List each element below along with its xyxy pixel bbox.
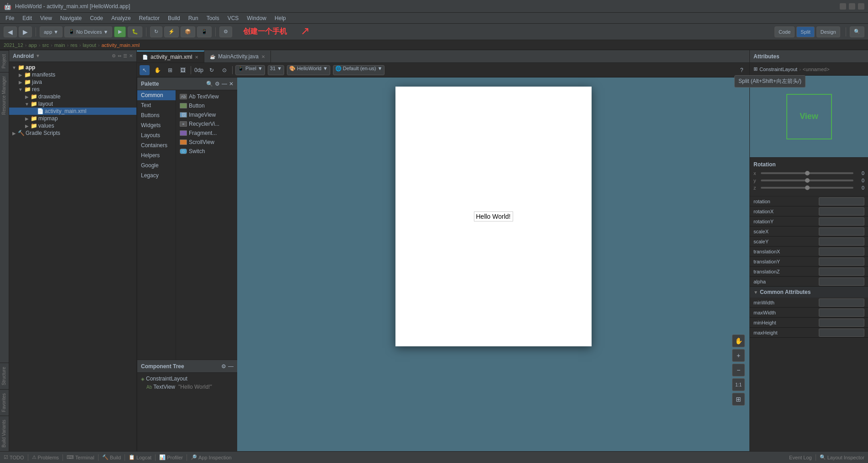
- project-ctrl-collapse[interactable]: ⇔: [118, 53, 121, 58]
- device-dropdown[interactable]: 📱 Pixel ▼: [235, 65, 265, 75]
- bc-main[interactable]: main: [54, 42, 65, 48]
- project-ctrl-close[interactable]: ✕: [129, 53, 133, 58]
- attr-scaleY-value[interactable]: [819, 237, 864, 246]
- tree-app[interactable]: ▼ 📁 app: [9, 64, 136, 71]
- attr-scaleX-value[interactable]: [819, 227, 864, 236]
- tree-mipmap[interactable]: ▶ 📁 mipmap: [9, 115, 136, 122]
- common-attrs-section[interactable]: ▼ Common Attributes: [750, 287, 868, 298]
- vtab-build-variants[interactable]: Build Variants: [0, 416, 9, 451]
- palette-item-button[interactable]: Button: [178, 101, 235, 110]
- tab-close-java[interactable]: ✕: [261, 54, 265, 59]
- project-dropdown[interactable]: ▼: [36, 53, 40, 58]
- locale-dropdown[interactable]: 🌐 Default (en-us) ▼: [333, 65, 385, 75]
- rotation-z-slider[interactable]: [761, 187, 853, 189]
- canvas-zoom-fit-btn[interactable]: 1:1: [732, 378, 745, 391]
- project-ctrl-menu[interactable]: ☰: [123, 53, 127, 58]
- palette-item-imageview[interactable]: 🖼 ImageView: [178, 110, 235, 119]
- canvas-blueprint-btn[interactable]: ⊞: [732, 393, 745, 406]
- device-selector[interactable]: 📱 No Devices ▼: [64, 26, 112, 37]
- api-dropdown[interactable]: 31 ▼: [268, 65, 284, 75]
- rotation-x-slider[interactable]: [761, 172, 853, 174]
- attr-translationX-value[interactable]: [819, 247, 864, 256]
- pan-tool-btn[interactable]: ✋: [152, 65, 162, 75]
- tree-gradle[interactable]: ▶ 🔨 Gradle Scripts: [9, 129, 136, 137]
- menu-window[interactable]: Window: [243, 14, 270, 22]
- palette-item-switch[interactable]: ⊙ Switch: [178, 147, 235, 156]
- status-event-log[interactable]: Event Log: [789, 455, 812, 460]
- design-view-toggle[interactable]: 🖼: [178, 65, 188, 75]
- menu-analyze[interactable]: Analyze: [108, 14, 135, 22]
- split-view-btn[interactable]: Split: [796, 26, 814, 37]
- bc-layout[interactable]: layout: [83, 42, 96, 48]
- comp-tree-minimize-btn[interactable]: —: [228, 363, 234, 370]
- search-everywhere-btn[interactable]: 🔍: [850, 26, 864, 37]
- tree-layout[interactable]: ▼ 📁 layout: [9, 100, 136, 108]
- code-view-btn[interactable]: Code: [774, 26, 795, 37]
- attr-maxHeight-value[interactable]: [819, 329, 864, 337]
- debug-btn[interactable]: 🐛: [128, 26, 142, 37]
- sdk-manager-btn[interactable]: 📦: [181, 26, 195, 37]
- canvas-area[interactable]: Hello World!: [237, 77, 749, 451]
- project-ctrl-settings[interactable]: ⚙: [112, 53, 116, 58]
- comp-tree-settings-btn[interactable]: ⚙: [221, 363, 226, 370]
- attr-rotation-value[interactable]: [819, 197, 864, 206]
- menu-run[interactable]: Run: [185, 14, 202, 22]
- gradle-sync-btn[interactable]: ⚡: [164, 26, 179, 37]
- tree-res[interactable]: ▼ 📁 res: [9, 86, 136, 93]
- rotation-y-handle[interactable]: [805, 178, 810, 183]
- bc-2021[interactable]: 2021_12: [4, 42, 23, 48]
- select-tool-btn[interactable]: ↖: [140, 65, 150, 75]
- attr-translationZ-value[interactable]: [819, 268, 864, 276]
- toolbar-back-btn[interactable]: ◀: [4, 26, 17, 37]
- status-logcat[interactable]: 📋 Logcat: [129, 454, 151, 460]
- palette-cat-common[interactable]: Common: [137, 90, 176, 100]
- zoom-input-btn[interactable]: 0dp: [194, 65, 204, 75]
- rotation-z-handle[interactable]: [805, 185, 810, 190]
- tab-close-xml[interactable]: ✕: [195, 55, 198, 60]
- palette-cat-legacy[interactable]: Legacy: [137, 170, 176, 180]
- win-minimize[interactable]: [840, 3, 846, 10]
- vtab-favorites[interactable]: Favorites: [0, 389, 9, 416]
- palette-settings-btn[interactable]: ⚙: [215, 81, 220, 87]
- status-layout-inspector[interactable]: 🔍 Layout Inspector: [820, 454, 864, 460]
- canvas-zoom-in-btn[interactable]: +: [732, 349, 745, 362]
- toolbar-forward-btn[interactable]: ▶: [19, 26, 32, 37]
- palette-search-btn[interactable]: 🔍: [206, 81, 213, 87]
- menu-refactor[interactable]: Refactor: [135, 14, 163, 22]
- bc-res[interactable]: res: [70, 42, 77, 48]
- bc-file[interactable]: activity_main.xml: [101, 42, 140, 48]
- menu-edit[interactable]: Edit: [19, 14, 36, 22]
- tree-manifests[interactable]: ▶ 📁 manifests: [9, 71, 136, 78]
- palette-item-textview[interactable]: Ab Ab TextView: [178, 92, 235, 101]
- palette-close-btn[interactable]: ✕: [229, 81, 234, 87]
- status-build[interactable]: 🔨 Build: [102, 454, 121, 460]
- status-problems[interactable]: ⚠ Problems: [32, 454, 59, 460]
- vtab-project[interactable]: Project: [0, 50, 9, 72]
- vtab-resource[interactable]: Resource Manager: [0, 72, 9, 118]
- comp-constraint-layout[interactable]: ◈ ConstraintLayout: [139, 375, 235, 383]
- app-selector[interactable]: app ▼: [40, 26, 62, 37]
- menu-help[interactable]: Help: [271, 14, 290, 22]
- palette-minimize-btn[interactable]: —: [222, 81, 227, 87]
- refresh-layout-btn[interactable]: ↻: [207, 65, 217, 75]
- win-maximize[interactable]: [849, 3, 855, 10]
- run-btn[interactable]: ▶: [114, 26, 126, 37]
- palette-cat-helpers[interactable]: Helpers: [137, 150, 176, 160]
- tree-java[interactable]: ▶ 📁 java: [9, 78, 136, 86]
- attr-rotationY-value[interactable]: [819, 217, 864, 226]
- attr-minHeight-value[interactable]: [819, 319, 864, 327]
- menu-file[interactable]: File: [2, 14, 18, 22]
- eyedropper-btn[interactable]: ⊙: [219, 65, 229, 75]
- palette-item-fragment[interactable]: Fragment...: [178, 129, 235, 138]
- palette-cat-google[interactable]: Google: [137, 160, 176, 170]
- palette-cat-layouts[interactable]: Layouts: [137, 130, 176, 140]
- help-btn[interactable]: ?: [737, 65, 747, 75]
- avd-manager-btn[interactable]: 📱: [197, 26, 212, 37]
- theme-dropdown[interactable]: 🎨 HelloWorld ▼: [287, 65, 330, 75]
- status-app-inspection[interactable]: 🔎 App Inspection: [191, 454, 232, 460]
- menu-vcs[interactable]: VCS: [224, 14, 243, 22]
- menu-tools[interactable]: Tools: [203, 14, 223, 22]
- rotation-y-slider[interactable]: [761, 180, 853, 181]
- attr-alpha-value[interactable]: [819, 278, 864, 286]
- settings-btn[interactable]: ⚙: [219, 26, 232, 37]
